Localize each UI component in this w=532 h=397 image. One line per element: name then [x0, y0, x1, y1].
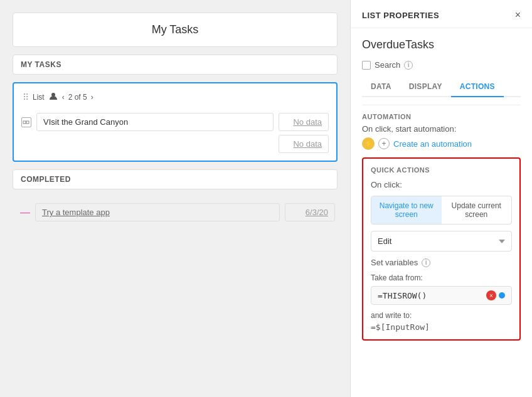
- svg-rect-2: [26, 121, 29, 124]
- search-checkbox[interactable]: [362, 61, 371, 70]
- create-automation-row: ⚡ + Create an automation: [362, 137, 521, 150]
- panel-title: LIST PROPERTIES: [362, 11, 439, 20]
- and-write-label: and write to:: [371, 311, 512, 320]
- task-name-cell: VIsit the Grand Canyon: [36, 113, 274, 131]
- svg-rect-1: [23, 121, 26, 124]
- list-label: List: [33, 93, 45, 102]
- set-variables-row: Set variables i: [371, 258, 512, 267]
- formula-row: =THISROW() ×: [371, 286, 512, 305]
- set-variables-label: Set variables: [371, 258, 418, 267]
- automation-section: AUTOMATION On click, start automation: ⚡…: [362, 113, 521, 150]
- toggle-row: Navigate to new screen Update current sc…: [371, 196, 512, 225]
- template-link[interactable]: Try a template app: [35, 203, 280, 221]
- set-variables-info-icon: i: [422, 258, 430, 267]
- minus-icon: —: [20, 207, 30, 218]
- task-data-cell-2: No data: [279, 135, 329, 153]
- list-name-input[interactable]: [362, 37, 521, 53]
- list-row: VIsit the Grand Canyon No data: [19, 109, 331, 135]
- onclick-label: On click:: [371, 180, 512, 189]
- info-icon: i: [404, 61, 413, 70]
- close-button[interactable]: ×: [515, 10, 521, 20]
- search-label: Search: [375, 60, 400, 70]
- template-row: — Try a template app 6/3/20: [13, 199, 338, 225]
- edit-dropdown[interactable]: Edit: [371, 231, 512, 251]
- bolt-icon: ⚡: [362, 137, 375, 150]
- update-screen-btn[interactable]: Update current screen: [442, 196, 512, 224]
- completed-header: COMPLETED: [13, 169, 338, 189]
- quick-actions-title: QUICK ACTIONS: [371, 166, 512, 174]
- write-formula: =$[InputRow]: [371, 322, 512, 332]
- app-title: My Tasks: [13, 13, 338, 47]
- formula-text: =THISROW(): [378, 291, 484, 300]
- take-data-section: Take data from: =THISROW() ×: [371, 273, 512, 305]
- prev-page-btn[interactable]: ‹: [62, 93, 65, 102]
- quick-actions-box: QUICK ACTIONS On click: Navigate to new …: [362, 157, 521, 341]
- divider: [362, 105, 521, 105]
- take-data-label: Take data from:: [371, 273, 512, 282]
- tab-data[interactable]: DATA: [362, 77, 400, 96]
- list-row-extra: No data: [19, 135, 331, 156]
- drag-handle-icon: ⠿: [23, 92, 29, 102]
- task-data-cell-1: No data: [279, 113, 329, 131]
- write-to-section: and write to: =$[InputRow]: [371, 311, 512, 332]
- panel-content: Search i DATA DISPLAY ACTIONS AUTOMATION…: [351, 28, 532, 397]
- create-automation-link[interactable]: Create an automation: [393, 139, 472, 149]
- automation-desc: On click, start automation:: [362, 124, 521, 134]
- formula-dot-icon: [499, 292, 505, 299]
- next-page-btn[interactable]: ›: [91, 93, 93, 102]
- automation-section-label: AUTOMATION: [362, 113, 521, 120]
- pagination-text: 2 of 5: [68, 93, 87, 102]
- clear-formula-btn[interactable]: ×: [486, 290, 496, 300]
- tab-display[interactable]: DISPLAY: [400, 77, 451, 96]
- navigate-screen-btn[interactable]: Navigate to new screen: [371, 196, 442, 224]
- left-panel: My Tasks MY TASKS ⠿ List ‹ 2 of 5 ›: [0, 0, 350, 397]
- my-tasks-header: MY TASKS: [13, 55, 338, 75]
- user-icon: [48, 91, 58, 103]
- row-checkbox[interactable]: [21, 117, 31, 127]
- right-panel: LIST PROPERTIES × Search i DATA DISPLAY …: [350, 0, 532, 397]
- panel-header: LIST PROPERTIES ×: [351, 0, 532, 28]
- list-controls: ⠿ List ‹ 2 of 5 ›: [19, 88, 331, 105]
- tabs-row: DATA DISPLAY ACTIONS: [362, 77, 521, 97]
- date-cell: 6/3/20: [285, 203, 335, 221]
- plus-circle-icon: +: [378, 138, 390, 149]
- tab-actions[interactable]: ACTIONS: [451, 77, 504, 97]
- search-row: Search i: [362, 60, 521, 70]
- list-container: ⠿ List ‹ 2 of 5 › VIsit the Grand Canyon…: [13, 82, 338, 162]
